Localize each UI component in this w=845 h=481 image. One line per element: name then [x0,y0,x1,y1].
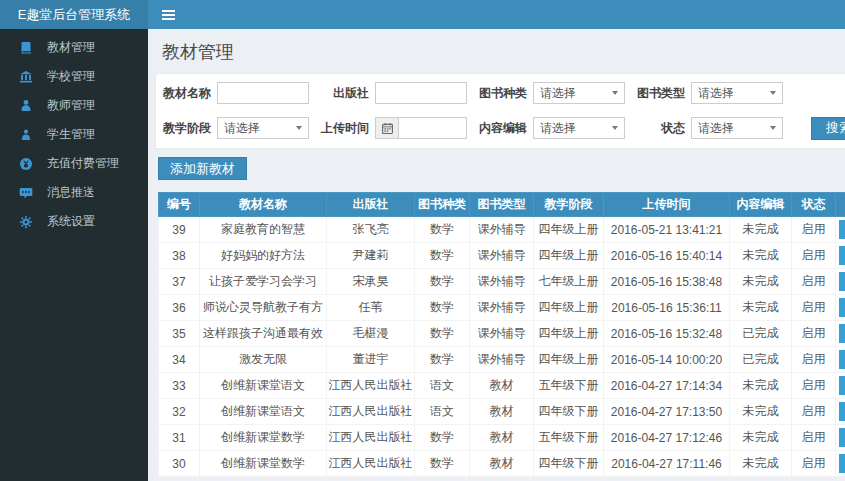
sidebar-item[interactable]: 教材管理 [0,33,148,62]
date-addon [375,117,398,139]
filter-select[interactable]: 请选择 [691,82,783,104]
sidebar-item[interactable]: 教师管理 [0,91,148,120]
sidebar-item[interactable]: 充值付费管理 [0,149,148,178]
table-cell: 2016-05-16 15:32:48 [604,321,730,347]
search-button[interactable]: 搜索 [811,117,845,140]
column-header: 状态 [792,193,836,217]
table-body: 39家庭教育的智慧张飞亮数学课外辅导四年级上册2016-05-21 13:41:… [159,217,845,477]
table-row: 39家庭教育的智慧张飞亮数学课外辅导四年级上册2016-05-21 13:41:… [159,217,845,243]
filter-field: 教材名称 [161,82,309,104]
table-cell: 启用 [792,451,836,477]
table-cell: 数学 [415,243,470,269]
sidebar-toggle-button[interactable] [148,0,188,29]
table-cell: 启用 [792,347,836,373]
student-icon-wrap [19,128,34,142]
row-action-button[interactable] [839,428,845,447]
column-header: 内容编辑 [730,193,792,217]
row-action-button[interactable] [839,376,845,395]
add-textbook-button[interactable]: 添加新教材 [158,157,247,180]
row-action-button[interactable] [839,324,845,343]
table-cell: 家庭教育的智慧 [200,217,327,243]
book-icon-wrap [19,41,34,55]
date-input[interactable] [398,117,467,139]
table-cell: 未完成 [730,451,792,477]
coin-icon-wrap [19,157,34,171]
table-cell: 2016-05-14 10:00:20 [604,347,730,373]
action-cell [836,399,845,425]
filter-field: 状态请选择 [635,117,783,139]
table-cell: 四年级上册 [534,347,604,373]
action-cell [836,243,845,269]
sidebar-item-label: 教材管理 [47,39,95,56]
filter-field: 内容编辑请选择 [477,117,625,139]
textbook-table: 编号教材名称出版社图书种类图书类型教学阶段上传时间内容编辑状态 39家庭教育的智… [158,192,845,477]
table-cell: 四年级上册 [534,217,604,243]
sidebar-item[interactable]: 学校管理 [0,62,148,91]
filter-rows: 教材名称出版社图书种类请选择图书类型请选择教学阶段请选择上传时间 内容编辑请选择… [161,82,845,139]
filter-label: 教学阶段 [161,120,211,137]
table-cell: 江西人民出版社 [327,451,415,477]
table-cell: 数学 [415,347,470,373]
top-navbar: E趣堂后台管理系统 [0,0,845,29]
table-cell: 四年级上册 [534,321,604,347]
filter-select[interactable]: 请选择 [691,117,783,139]
sidebar-item-label: 系统设置 [47,213,95,230]
table-cell: 启用 [792,373,836,399]
table-row: 32创维新课堂语文江西人民出版社语文教材四年级下册2016-04-27 17:1… [159,399,845,425]
table-cell: 34 [159,347,200,373]
row-action-button[interactable] [839,246,845,265]
sidebar-item-label: 学生管理 [47,126,95,143]
filter-label: 上传时间 [319,120,369,137]
table-cell: 启用 [792,399,836,425]
filter-text-input[interactable] [217,82,309,104]
column-header: 出版社 [327,193,415,217]
table-cell: 激发无限 [200,347,327,373]
table-cell: 教材 [470,373,534,399]
table-cell: 好妈妈的好方法 [200,243,327,269]
table-row: 38好妈妈的好方法尹建莉数学课外辅导四年级上册2016-05-16 15:40:… [159,243,845,269]
app-logo[interactable]: E趣堂后台管理系统 [0,0,148,29]
table-cell: 未完成 [730,425,792,451]
row-action-button[interactable] [839,454,845,473]
teacher-icon [19,99,33,113]
filter-select[interactable]: 请选择 [533,117,625,139]
table-cell: 2016-05-16 15:40:14 [604,243,730,269]
table-cell: 创维新课堂语文 [200,373,327,399]
table-row: 36师说心灵导航教子有方任苇数学课外辅导四年级上册2016-05-16 15:3… [159,295,845,321]
table-cell: 四年级下册 [534,399,604,425]
table-cell: 课外辅导 [470,295,534,321]
table-cell: 师说心灵导航教子有方 [200,295,327,321]
table-cell: 这样跟孩子沟通最有效 [200,321,327,347]
table-cell: 数学 [415,295,470,321]
sidebar-item[interactable]: 学生管理 [0,120,148,149]
filter-text-input[interactable] [375,82,467,104]
row-action-button[interactable] [839,220,845,239]
table-row: 33创维新课堂语文江西人民出版社语文教材五年级下册2016-04-27 17:1… [159,373,845,399]
chevron-down-icon [296,126,302,130]
table-row: 30创维新课堂数学江西人民出版社数学教材四年级下册2016-04-27 17:1… [159,451,845,477]
table-cell: 课外辅导 [470,243,534,269]
table-cell: 创维新课堂语文 [200,399,327,425]
row-action-button[interactable] [839,350,845,369]
table-cell: 未完成 [730,399,792,425]
sidebar-item[interactable]: 系统设置 [0,207,148,236]
book-icon [19,41,33,55]
filter-select[interactable]: 请选择 [217,117,309,139]
filter-label: 图书种类 [477,85,527,102]
table-cell: 启用 [792,425,836,451]
table-cell: 课外辅导 [470,217,534,243]
sidebar-item[interactable]: 消息推送 [0,178,148,207]
app-title: E趣堂后台管理系统 [18,6,131,24]
row-action-button[interactable] [839,272,845,291]
table-cell: 2016-04-27 17:12:46 [604,425,730,451]
filter-field: 上传时间 [319,117,467,139]
column-header: 图书种类 [415,193,470,217]
filter-label: 出版社 [319,85,369,102]
table-cell: 江西人民出版社 [327,373,415,399]
filter-select[interactable]: 请选择 [533,82,625,104]
table-row: 31创维新课堂数学江西人民出版社数学教材五年级下册2016-04-27 17:1… [159,425,845,451]
row-action-button[interactable] [839,298,845,317]
row-action-button[interactable] [839,402,845,421]
action-cell [836,321,845,347]
hamburger-icon [162,10,175,12]
